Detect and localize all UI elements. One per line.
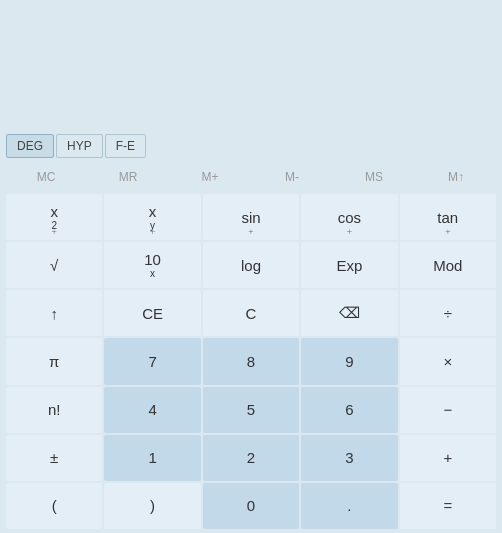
mode-btn-f-e[interactable]: F-E	[105, 134, 146, 158]
calc-btn-x[interactable]: xy+	[104, 194, 200, 240]
calc-btn-sym34[interactable]: =	[400, 483, 496, 529]
calc-btn-sym15[interactable]: π	[6, 338, 102, 384]
title-bar	[0, 0, 502, 32]
calc-btn-6[interactable]: 6	[301, 387, 397, 433]
memory-btn-ms[interactable]: MS	[334, 162, 414, 192]
mode-btn-deg[interactable]: DEG	[6, 134, 54, 158]
calc-btn-2[interactable]: 2	[203, 435, 299, 481]
calc-btn-0[interactable]: 0	[203, 483, 299, 529]
calc-btn-tan[interactable]: tan+	[400, 194, 496, 240]
display	[0, 76, 502, 130]
calc-btn-Mod[interactable]: Mod	[400, 242, 496, 288]
calc-btn-C[interactable]: C	[203, 290, 299, 336]
calc-btn-sym14[interactable]: ÷	[400, 290, 496, 336]
calc-btn-1[interactable]: 1	[104, 435, 200, 481]
calc-btn-10[interactable]: 10x	[104, 242, 200, 288]
calc-btn-sym31[interactable]: )	[104, 483, 200, 529]
memory-btn-mc[interactable]: MC	[6, 162, 86, 192]
minimize-button[interactable]	[364, 2, 410, 34]
calc-btn-4[interactable]: 4	[104, 387, 200, 433]
calc-btn-sym29[interactable]: +	[400, 435, 496, 481]
close-button[interactable]	[456, 2, 502, 34]
calc-btn-sym25[interactable]: ±	[6, 435, 102, 481]
memory-btn-m[interactable]: M-	[252, 162, 332, 192]
hamburger-icon[interactable]	[8, 50, 16, 58]
memory-btn-mr[interactable]: MR	[88, 162, 168, 192]
memory-row: MCMRM+M-MSM↑	[4, 162, 498, 194]
main-header	[0, 32, 502, 76]
calc-btn-sym13[interactable]: ⌫	[301, 290, 397, 336]
calc-btn-3[interactable]: 3	[301, 435, 397, 481]
calc-btn-9[interactable]: 9	[301, 338, 397, 384]
memory-btn-m[interactable]: M+	[170, 162, 250, 192]
title-bar-controls	[364, 2, 502, 34]
calc-btn-7[interactable]: 7	[104, 338, 200, 384]
memory-btn-m[interactable]: M↑	[416, 162, 496, 192]
mode-row: DEGHYPF-E	[4, 130, 498, 162]
calc-btn-CE[interactable]: CE	[104, 290, 200, 336]
calc-btn-8[interactable]: 8	[203, 338, 299, 384]
button-grid: x2+xy+sin+cos+tan+√10xlogExpMod↑CEC⌫÷π78…	[4, 194, 498, 529]
mode-btn-hyp[interactable]: HYP	[56, 134, 103, 158]
calc-btn-Exp[interactable]: Exp	[301, 242, 397, 288]
calc-btn-log[interactable]: log	[203, 242, 299, 288]
main-header-left	[8, 50, 26, 58]
calc-btn-sym5[interactable]: √	[6, 242, 102, 288]
calc-btn-5[interactable]: 5	[203, 387, 299, 433]
calc-btn-n[interactable]: n!	[6, 387, 102, 433]
calc-btn-sym30[interactable]: (	[6, 483, 102, 529]
calc-btn-cos[interactable]: cos+	[301, 194, 397, 240]
calc-btn-sym24[interactable]: −	[400, 387, 496, 433]
calc-btn-sym33[interactable]: .	[301, 483, 397, 529]
maximize-button[interactable]	[410, 2, 456, 34]
calc-btn-sin[interactable]: sin+	[203, 194, 299, 240]
calc-btn-sym19[interactable]: ×	[400, 338, 496, 384]
calc-btn-x[interactable]: x2+	[6, 194, 102, 240]
calc-btn-sym10[interactable]: ↑	[6, 290, 102, 336]
calc-body: DEGHYPF-E MCMRM+M-MSM↑ x2+xy+sin+cos+tan…	[0, 130, 502, 533]
